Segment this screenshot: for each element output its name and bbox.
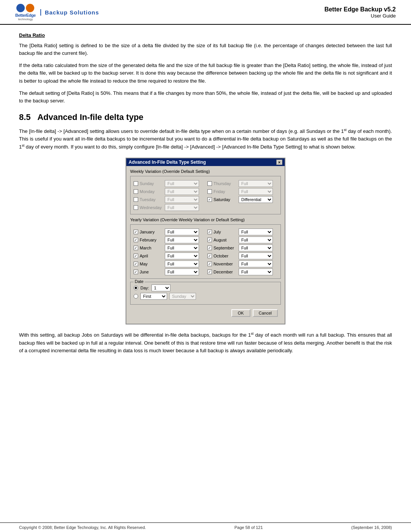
date-section-title: Date xyxy=(134,279,145,284)
friday-checkbox[interactable] xyxy=(207,189,212,194)
guide-label: User Guide xyxy=(324,13,396,19)
wednesday-checkbox[interactable] xyxy=(134,205,138,210)
dialog-footer: OK Cancel xyxy=(130,308,281,320)
delta-ratio-heading: Delta Ratio xyxy=(19,32,392,38)
month-row-october: October Full xyxy=(207,252,277,259)
cancel-button[interactable]: Cancel xyxy=(253,309,278,317)
delta-ratio-para2: If the delta ratio calculated from the s… xyxy=(19,62,392,85)
wednesday-select[interactable]: Full xyxy=(165,204,199,211)
header-right: Better Edge Backup v5.2 User Guide xyxy=(324,6,396,19)
april-checkbox[interactable] xyxy=(134,254,138,258)
february-select[interactable]: Full xyxy=(165,236,199,243)
logo-circle-blue xyxy=(16,4,25,12)
page-footer: Copyright © 2008; Better Edge Technology… xyxy=(0,522,411,532)
delta-ratio-para1: The [Delta Ratio] setting is defined to … xyxy=(19,42,392,57)
august-select[interactable]: Full xyxy=(239,236,273,243)
day-row-saturday: Saturday Differential Full Incremental xyxy=(207,196,277,203)
tuesday-label: Tuesday xyxy=(140,197,163,202)
july-select[interactable]: Full xyxy=(239,228,273,235)
conclusion-text: With this setting, all backup Jobs on Sa… xyxy=(19,331,392,355)
friday-select[interactable]: Full xyxy=(239,188,273,195)
chapter-number: 8.5 xyxy=(19,112,31,122)
june-select[interactable]: Full xyxy=(165,268,199,275)
month-row-november: November Full xyxy=(207,260,277,267)
ok-button[interactable]: OK xyxy=(231,309,250,317)
first-day-select[interactable]: Sunday Monday Tuesday Wednesday Thursday… xyxy=(169,293,196,300)
september-label: September xyxy=(213,246,237,250)
july-checkbox[interactable] xyxy=(207,230,212,234)
day-radio-row: Day: 1 2 3 xyxy=(134,284,277,291)
wednesday-label: Wednesday xyxy=(140,205,163,210)
may-select[interactable]: Full xyxy=(165,260,199,267)
logo-circles xyxy=(16,4,34,12)
december-select[interactable]: Full xyxy=(239,268,273,275)
day-row-friday: Friday Full xyxy=(207,188,277,195)
dialog-title: Advanced In-File Delta Type Setting xyxy=(129,160,206,165)
first-select[interactable]: First Second Third Fourth Last xyxy=(140,293,167,300)
march-select[interactable]: Full xyxy=(165,244,199,251)
monday-checkbox[interactable] xyxy=(134,189,138,194)
footer-page: Page 58 of 121 xyxy=(234,525,263,530)
date-section: Date Day: 1 2 3 xyxy=(130,282,281,305)
october-label: October xyxy=(213,254,237,258)
logo-box: BetterEdge technology xyxy=(15,4,36,21)
day-row-wednesday: Wednesday Full xyxy=(134,204,204,211)
sunday-label: Sunday xyxy=(140,181,163,186)
first-radio-button[interactable] xyxy=(134,294,138,299)
thursday-checkbox[interactable] xyxy=(207,181,212,186)
saturday-select[interactable]: Differential Full Incremental xyxy=(239,196,273,203)
december-checkbox[interactable] xyxy=(207,270,212,274)
month-row-february: February Full xyxy=(134,236,204,243)
monday-label: Monday xyxy=(140,189,163,194)
april-label: April xyxy=(140,254,163,258)
yearly-grid: January Full July Full xyxy=(134,228,277,275)
day-radio-button[interactable] xyxy=(134,286,138,290)
sunday-select[interactable]: Full xyxy=(165,180,199,187)
november-checkbox[interactable] xyxy=(207,262,212,266)
tuesday-checkbox[interactable] xyxy=(134,197,138,202)
empty-cell xyxy=(207,204,277,211)
august-label: August xyxy=(213,238,237,242)
september-checkbox[interactable] xyxy=(207,246,212,250)
friday-label: Friday xyxy=(213,189,237,194)
day-radio-label: Day: xyxy=(140,286,149,290)
september-select[interactable]: Full xyxy=(239,244,273,251)
january-label: January xyxy=(140,230,163,234)
thursday-label: Thursday xyxy=(213,181,237,186)
day-row-monday: Monday Full xyxy=(134,188,204,195)
saturday-label: Saturday xyxy=(213,197,237,202)
august-checkbox[interactable] xyxy=(207,238,212,242)
october-select[interactable]: Full xyxy=(239,252,273,259)
weekly-grid: Sunday Full Thursday Full xyxy=(134,180,277,211)
april-select[interactable]: Full xyxy=(165,252,199,259)
product-title: Better Edge Backup v5.2 xyxy=(324,6,396,13)
day-value-select[interactable]: 1 2 3 xyxy=(151,284,170,291)
january-select[interactable]: Full xyxy=(165,228,199,235)
monday-select[interactable]: Full xyxy=(165,188,199,195)
may-checkbox[interactable] xyxy=(134,262,138,266)
june-checkbox[interactable] xyxy=(134,270,138,274)
yearly-section-label: Yearly Variation (Override Weekly Variat… xyxy=(130,217,281,222)
month-row-april: April Full xyxy=(134,252,204,259)
october-checkbox[interactable] xyxy=(207,254,212,258)
day-row-sunday: Sunday Full xyxy=(134,180,204,187)
february-checkbox[interactable] xyxy=(134,238,138,242)
thursday-select[interactable]: Full xyxy=(239,180,273,187)
dialog-wrapper: Advanced In-File Delta Type Setting × We… xyxy=(19,158,392,324)
month-row-june: June Full xyxy=(134,268,204,275)
march-checkbox[interactable] xyxy=(134,246,138,250)
saturday-checkbox[interactable] xyxy=(207,197,212,202)
month-row-august: August Full xyxy=(207,236,277,243)
november-select[interactable]: Full xyxy=(239,260,273,267)
sunday-checkbox[interactable] xyxy=(134,181,138,186)
month-row-july: July Full xyxy=(207,228,277,235)
weekly-section-label: Weekly Variation (Override Default Setti… xyxy=(130,169,281,174)
header-left: BetterEdge technology Backup Solutions xyxy=(15,4,99,21)
day-row-tuesday: Tuesday Full xyxy=(134,196,204,203)
logo-text: BetterEdge xyxy=(15,13,36,18)
chapter-title: 8.5 Advanced In-file delta type xyxy=(19,112,392,122)
tuesday-select[interactable]: Full xyxy=(165,196,199,203)
dialog-close-button[interactable]: × xyxy=(276,160,282,165)
january-checkbox[interactable] xyxy=(134,230,138,234)
chapter-name: Advanced In-file delta type xyxy=(37,112,143,122)
